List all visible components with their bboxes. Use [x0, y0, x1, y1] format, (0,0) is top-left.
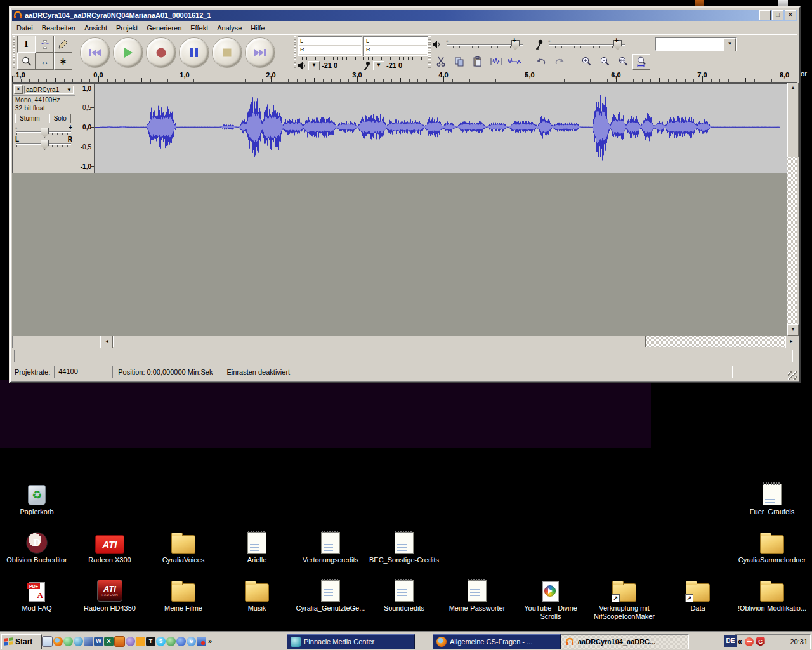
word-icon[interactable]: W: [94, 637, 103, 646]
office-orange-icon[interactable]: [114, 636, 125, 647]
desktop-icon-radeon-hd4350[interactable]: ATIRADEONRadeon HD4350: [74, 580, 145, 613]
project-rate-value[interactable]: 44100: [54, 366, 108, 378]
undo-button[interactable]: [532, 54, 550, 70]
combobox-dropdown-button[interactable]: ▼: [724, 38, 736, 51]
fit-selection-button[interactable]: [614, 54, 632, 70]
scroll-down-button[interactable]: ▼: [787, 324, 799, 336]
multi-tool-button[interactable]: ∗: [54, 53, 72, 70]
vertical-scrollbar[interactable]: ▲ ▼: [787, 83, 797, 336]
gain-slider[interactable]: - +: [16, 125, 71, 136]
desktop-icon-papierkorb[interactable]: ♻Papierkorb: [1, 484, 72, 516]
input-volume-slider[interactable]: - +: [549, 39, 625, 50]
zoom-in-button[interactable]: [577, 54, 595, 70]
clock-alarm-icon[interactable]: [136, 637, 145, 646]
horizontal-scrollbar-thumb[interactable]: [113, 336, 646, 347]
desktop-icon-musik[interactable]: Musik: [221, 580, 292, 613]
waveform-canvas[interactable]: [95, 84, 787, 170]
title-bar[interactable]: aaDRCyra104_aaDRCyra0NQ04MarianaA01_0000…: [12, 10, 797, 21]
desktop-icon-meine-filme[interactable]: Meine Filme: [148, 580, 219, 613]
tray-antivirus-shield-icon[interactable]: G: [756, 637, 765, 646]
desktop-icon-verkn-pfung-mit-nifscopeiconmaker[interactable]: ↗Verknüpfung mit NifScopeIconMaker: [589, 580, 660, 621]
horizontal-scrollbar-track[interactable]: [113, 336, 785, 347]
track-area[interactable]: × aaDRCyra1 ▼ Mono, 44100Hz 32-bit float…: [12, 83, 787, 336]
tray-red-pill-icon[interactable]: [745, 637, 754, 646]
messenger-green-icon[interactable]: [63, 637, 73, 646]
desktop-icon-data[interactable]: ↗Data: [662, 580, 733, 613]
input-source-combobox[interactable]: ▼: [655, 37, 737, 51]
waveform-display[interactable]: [95, 84, 787, 173]
fit-project-button[interactable]: [632, 54, 650, 70]
desktop-icon-cyraliavoices[interactable]: CyraliaVoices: [148, 532, 219, 564]
trim-outside-selection-button[interactable]: [487, 54, 505, 70]
track-close-button[interactable]: ×: [14, 85, 23, 94]
explorer-icon[interactable]: [84, 637, 93, 646]
redo-button[interactable]: [551, 54, 568, 70]
desktop-icon-arielle[interactable]: Arielle: [221, 532, 292, 564]
menu-generieren[interactable]: Generieren: [142, 23, 186, 33]
firefox-icon[interactable]: [53, 637, 63, 646]
meter-dropdown-button[interactable]: ▼: [373, 61, 384, 70]
media-red-icon[interactable]: [197, 637, 206, 646]
selection-tool-button[interactable]: I: [17, 36, 36, 53]
media-player-icon[interactable]: [176, 637, 186, 646]
output-volume-slider[interactable]: - +: [447, 39, 523, 50]
window-resize-grip[interactable]: [788, 371, 797, 380]
toolbar-grip[interactable]: [294, 36, 296, 69]
tray-chevron-icon[interactable]: «: [738, 637, 742, 646]
zoom-tool-button[interactable]: [17, 53, 36, 70]
clover-icon[interactable]: [166, 637, 176, 646]
zoom-out-button[interactable]: [596, 54, 613, 70]
slider-thumb[interactable]: [41, 128, 49, 138]
desktop-icon-oblivion-modifikatio[interactable]: !Oblivion-Modifikatio...: [737, 580, 808, 613]
taskbar-button-pinnacle-media-center[interactable]: Pinnacle Media Center: [287, 634, 415, 649]
menu-bearbeiten[interactable]: Bearbeiten: [37, 23, 80, 33]
taskbar-button-allgemeine-cs-fragen[interactable]: Allgemeine CS-Fragen - ...: [433, 634, 561, 649]
time-shift-tool-button[interactable]: ↔: [36, 53, 54, 70]
menu-analyse[interactable]: Analyse: [213, 23, 246, 33]
tray-clock[interactable]: 20:31: [790, 638, 808, 646]
scroll-left-button[interactable]: ◄: [101, 336, 113, 348]
toolbar-grip[interactable]: [428, 36, 431, 69]
internet-explorer-icon[interactable]: e: [187, 637, 196, 646]
desktop-icon-cyralia-genutztege[interactable]: Cyralia_GenutzteGe...: [295, 580, 366, 613]
menu-projekt[interactable]: Projekt: [112, 23, 142, 33]
skip-to-start-button[interactable]: [81, 38, 110, 67]
desktop-icon-meine-passw-rter[interactable]: Meine-Passwörter: [442, 580, 513, 613]
skip-to-end-button[interactable]: [246, 38, 275, 67]
pan-slider[interactable]: L R: [16, 137, 71, 149]
desktop-icon-mod-faq[interactable]: PDFAMod-FAQ: [1, 580, 72, 613]
mute-button[interactable]: Stumm: [15, 114, 44, 123]
meter-dropdown-button[interactable]: ▼: [308, 61, 320, 70]
msn-icon[interactable]: [126, 637, 135, 646]
skype-icon[interactable]: S: [156, 637, 166, 646]
menu-effekt[interactable]: Effekt: [186, 23, 213, 33]
start-button[interactable]: Start: [1, 634, 42, 649]
track-title-menu[interactable]: aaDRCyra1 ▼: [24, 86, 74, 94]
copy-button[interactable]: [450, 54, 468, 70]
show-desktop-icon[interactable]: [42, 636, 53, 647]
desktop-icon-bec-sonstige-credits[interactable]: BEC_Sonstige-Credits: [369, 532, 440, 564]
desktop-icon-fuer-graufels[interactable]: Fuer_Graufels: [737, 484, 808, 516]
close-button[interactable]: ×: [785, 10, 796, 20]
excel-icon[interactable]: X: [104, 637, 114, 646]
desktop-icon-vertonungscredits[interactable]: Vertonungscredits: [295, 532, 366, 564]
draw-tool-button[interactable]: [54, 36, 72, 53]
vertical-scrollbar-thumb[interactable]: [787, 93, 799, 157]
maximize-button[interactable]: □: [772, 10, 783, 20]
quicklaunch-overflow-chevron[interactable]: »: [208, 637, 212, 645]
envelope-tool-button[interactable]: [36, 36, 54, 53]
scroll-right-button[interactable]: ►: [785, 336, 797, 348]
cut-button[interactable]: [432, 54, 450, 70]
desktop-icon-oblivion-bucheditor[interactable]: DOblivion Bucheditor: [1, 532, 72, 564]
minimize-button[interactable]: _: [759, 10, 771, 20]
record-button[interactable]: [147, 38, 176, 67]
silence-selection-button[interactable]: [506, 54, 523, 70]
stop-button[interactable]: [213, 38, 242, 67]
director-icon[interactable]: T: [146, 637, 155, 646]
recording-meter[interactable]: L R: [363, 36, 428, 56]
pause-button[interactable]: [180, 38, 209, 67]
menu-hilfe[interactable]: Hilfe: [246, 23, 269, 33]
play-button[interactable]: [114, 38, 143, 67]
desktop-icon-soundcredits[interactable]: Soundcredits: [369, 580, 440, 613]
opera-icon[interactable]: [74, 637, 83, 646]
